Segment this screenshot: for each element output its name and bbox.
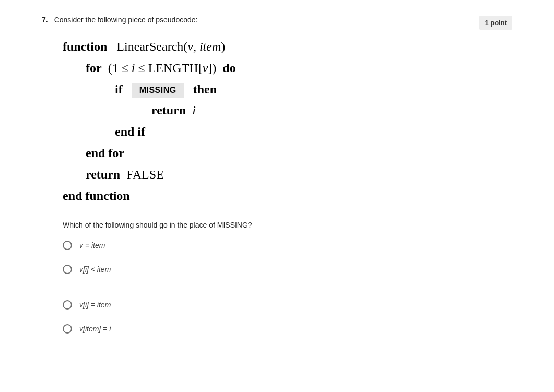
kw-for: for: [86, 61, 102, 75]
option-label: v[i] = item: [79, 301, 111, 309]
kw-if: if: [115, 82, 123, 96]
radio-icon: [63, 300, 72, 310]
pc-line-endfor: end for: [86, 142, 512, 164]
pc-line-for: for (1 ≤ i ≤ LENGTH[v]) do: [86, 57, 512, 79]
fn-arg-item: item: [199, 40, 221, 53]
pseudocode-block: function LinearSearch(v, item) for (1 ≤ …: [63, 36, 512, 206]
radio-icon: [63, 324, 72, 334]
for-i: i: [132, 61, 135, 75]
for-close: ]): [208, 61, 216, 75]
question-header: 7. Consider the following piece of pseud…: [42, 16, 512, 30]
option-3[interactable]: v[i] = item: [63, 300, 512, 310]
kw-do: do: [222, 61, 235, 75]
radio-icon: [63, 265, 72, 274]
option-label: v[item] = i: [79, 325, 111, 333]
missing-chip: MISSING: [132, 83, 184, 98]
kw-endfn: end function: [63, 189, 130, 203]
fn-name: LinearSearch(: [116, 40, 187, 53]
pc-line-if: if MISSING then: [115, 79, 512, 100]
pc-line-endif: end if: [115, 121, 512, 142]
ret-false: FALSE: [126, 168, 164, 181]
question-header-left: 7. Consider the following piece of pseud…: [42, 16, 197, 24]
question-number: 7.: [42, 16, 48, 24]
option-1[interactable]: v = item: [63, 241, 512, 250]
ret-i: i: [192, 103, 196, 117]
options-group: v = item v[i] < item v[i] = item v[item]…: [63, 241, 512, 334]
question-prompt-bottom: Which of the following should go in the …: [63, 221, 512, 229]
option-4[interactable]: v[item] = i: [63, 324, 512, 334]
pc-line-return-i: return i: [151, 100, 512, 121]
fn-arg-sep: ,: [193, 40, 199, 53]
option-label: v = item: [79, 241, 105, 250]
kw-endif: end if: [115, 125, 145, 138]
option-label: v[i] < item: [79, 265, 111, 274]
kw-return-2: return: [86, 168, 120, 181]
points-badge: 1 point: [479, 16, 512, 30]
fn-close: ): [221, 40, 225, 53]
radio-icon: [63, 241, 72, 250]
for-v: v: [203, 61, 208, 75]
pc-line-endfn: end function: [63, 185, 512, 207]
pc-line-function: function LinearSearch(v, item): [63, 36, 512, 57]
fn-arg-v: v: [187, 40, 193, 53]
option-2[interactable]: v[i] < item: [63, 265, 512, 274]
kw-function: function: [63, 40, 107, 53]
kw-endfor: end for: [86, 146, 124, 160]
kw-return-1: return: [151, 103, 186, 117]
question-prompt-top: Consider the following piece of pseudoco…: [54, 16, 198, 24]
pc-line-return-false: return FALSE: [86, 164, 512, 185]
for-open: (1 ≤: [108, 61, 132, 75]
for-mid: ≤ LENGTH[: [135, 61, 203, 75]
kw-then: then: [193, 82, 217, 96]
